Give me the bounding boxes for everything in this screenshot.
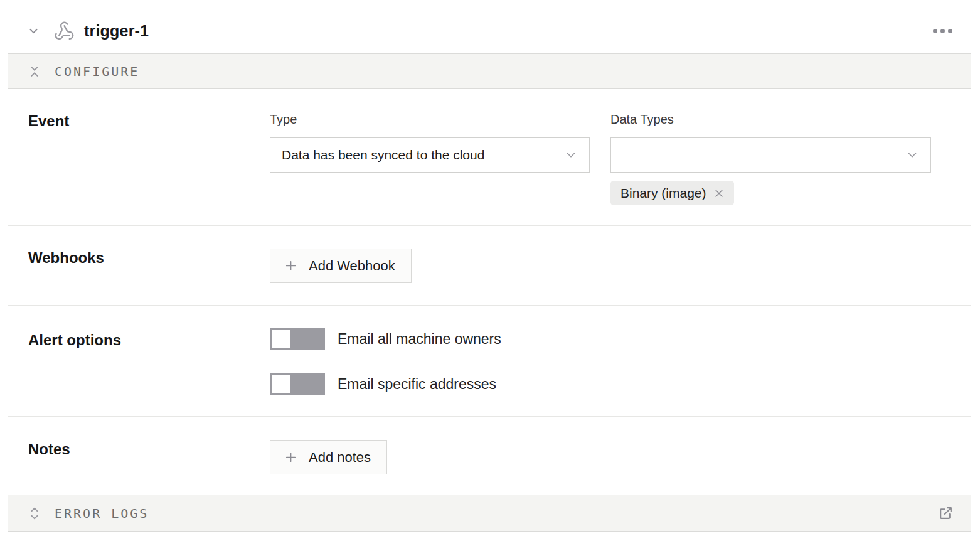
selected-data-types: Binary (image) <box>610 181 931 205</box>
email-specific-label: Email specific addresses <box>338 376 496 393</box>
more-options-button[interactable] <box>932 25 954 37</box>
event-label: Event <box>28 112 270 225</box>
alert-options-label: Alert options <box>28 328 270 416</box>
open-error-logs-button[interactable] <box>938 505 954 521</box>
type-select[interactable]: Data has been synced to the cloud <box>270 137 590 173</box>
data-types-field-label: Data Types <box>610 112 931 127</box>
configure-section-label: CONFIGURE <box>55 64 139 79</box>
data-type-chip: Binary (image) <box>610 181 734 205</box>
trigger-card: trigger-1 CONFIGURE Event Type Data has … <box>8 8 971 532</box>
data-types-select[interactable] <box>610 137 931 173</box>
add-webhook-button[interactable]: Add Webhook <box>270 249 412 283</box>
type-field-label: Type <box>270 112 590 127</box>
card-header: trigger-1 <box>8 8 971 54</box>
notes-section: Notes Add notes <box>8 416 971 495</box>
webhooks-label: Webhooks <box>28 249 270 305</box>
plus-icon <box>284 259 298 273</box>
add-webhook-button-label: Add Webhook <box>309 258 395 274</box>
remove-data-type-icon[interactable] <box>713 187 725 200</box>
data-type-chip-label: Binary (image) <box>620 186 706 201</box>
event-fields: Type Data has been synced to the cloud D… <box>270 112 931 225</box>
email-all-owners-toggle[interactable] <box>270 328 325 350</box>
error-logs-section-label: ERROR LOGS <box>55 506 149 521</box>
configure-body: Event Type Data has been synced to the c… <box>8 89 971 495</box>
email-all-owners-label: Email all machine owners <box>338 331 501 348</box>
collapse-vertical-icon[interactable] <box>28 64 41 79</box>
collapse-card-chevron-icon[interactable] <box>27 24 40 38</box>
data-types-field: Data Types Binary (image) <box>610 112 931 225</box>
toggle-knob <box>272 375 290 393</box>
webhook-icon <box>54 21 75 41</box>
alert-toggles: Email all machine owners Email specific … <box>270 328 501 416</box>
type-select-value: Data has been synced to the cloud <box>282 147 557 163</box>
email-specific-toggle[interactable] <box>270 373 325 395</box>
external-link-icon <box>938 505 954 521</box>
add-notes-button[interactable]: Add notes <box>270 440 387 474</box>
card-title: trigger-1 <box>84 22 149 40</box>
add-notes-button-label: Add notes <box>309 449 371 466</box>
chevron-down-icon <box>564 148 578 162</box>
event-section: Event Type Data has been synced to the c… <box>8 89 971 225</box>
type-field: Type Data has been synced to the cloud <box>270 112 590 225</box>
chevron-down-icon <box>905 148 919 162</box>
expand-vertical-icon[interactable] <box>28 505 41 522</box>
email-specific-row: Email specific addresses <box>270 373 501 395</box>
configure-section-header[interactable]: CONFIGURE <box>8 54 971 89</box>
toggle-knob <box>272 330 290 348</box>
alert-options-section: Alert options Email all machine owners E… <box>8 305 971 416</box>
notes-label: Notes <box>28 440 270 495</box>
webhooks-section: Webhooks Add Webhook <box>8 225 971 305</box>
error-logs-section-header[interactable]: ERROR LOGS <box>8 495 971 531</box>
email-all-owners-row: Email all machine owners <box>270 328 501 350</box>
plus-icon <box>284 450 298 464</box>
ellipsis-icon <box>933 29 937 33</box>
